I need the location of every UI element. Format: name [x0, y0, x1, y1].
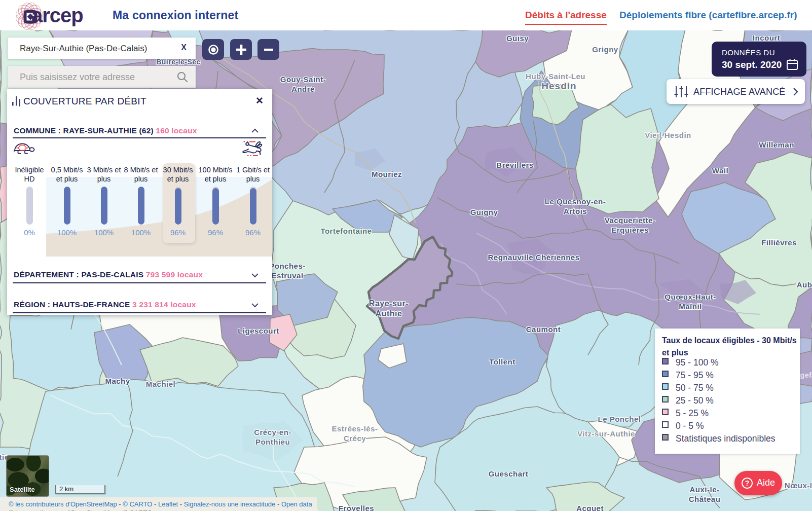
svg-text:?: ? — [745, 479, 750, 487]
